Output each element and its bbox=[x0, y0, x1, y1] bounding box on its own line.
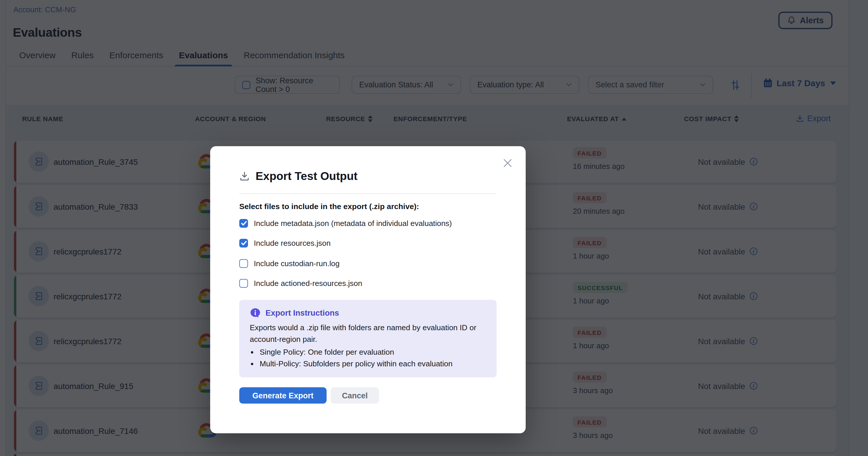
modal-divider bbox=[239, 193, 497, 194]
checkbox[interactable] bbox=[239, 279, 248, 288]
app-stage: Account: CCM-NG Evaluations Alerts Overv… bbox=[0, 0, 868, 456]
instruction-bullet: Multi-Policy: Subfolders per policy with… bbox=[260, 358, 486, 370]
export-instructions-body: Exports would a .zip file with folders a… bbox=[250, 322, 486, 345]
generate-export-button[interactable]: Generate Export bbox=[239, 387, 327, 403]
select-files-label: Select files to include in the export (.… bbox=[239, 202, 419, 211]
instruction-bullet: Single Policy: One folder per evaluation bbox=[260, 346, 486, 358]
export-option[interactable]: Include custodian-run.log bbox=[239, 259, 340, 268]
export-instructions-title: Export Instructions bbox=[266, 309, 339, 317]
export-instructions-box: Export Instructions Exports would a .zip… bbox=[239, 300, 497, 378]
download-icon bbox=[239, 171, 250, 182]
checkbox[interactable] bbox=[239, 219, 248, 228]
checkbox[interactable] bbox=[239, 239, 248, 248]
modal-title: Export Test Output bbox=[255, 170, 358, 183]
export-option[interactable]: Include actioned-resources.json bbox=[239, 279, 362, 288]
export-option[interactable]: Include metadata.json (metadata of indiv… bbox=[239, 219, 452, 228]
close-icon[interactable] bbox=[502, 158, 513, 168]
checkbox[interactable] bbox=[239, 259, 248, 268]
export-option[interactable]: Include resources.json bbox=[239, 239, 331, 248]
export-option-label: Include custodian-run.log bbox=[254, 259, 340, 268]
info-bubble-icon bbox=[250, 307, 261, 318]
export-test-output-modal: Export Test Output Select files to inclu… bbox=[210, 146, 526, 433]
export-instructions-bullets: Single Policy: One folder per evaluation… bbox=[250, 346, 486, 370]
export-option-label: Include actioned-resources.json bbox=[254, 279, 362, 288]
cancel-button[interactable]: Cancel bbox=[331, 387, 379, 403]
export-option-label: Include metadata.json (metadata of indiv… bbox=[254, 219, 452, 228]
export-option-label: Include resources.json bbox=[254, 239, 331, 248]
